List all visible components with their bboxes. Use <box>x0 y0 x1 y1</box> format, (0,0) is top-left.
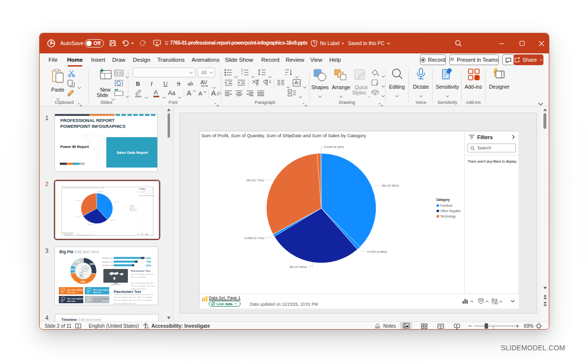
shape-fill-button[interactable] <box>371 69 379 78</box>
rtl-direction-button[interactable] <box>263 79 272 88</box>
numbering-button[interactable] <box>241 69 249 78</box>
strikethrough-button[interactable]: S <box>177 80 180 88</box>
arrange-button[interactable] <box>333 68 348 84</box>
sensitivity-button[interactable] <box>441 68 454 83</box>
columns-button[interactable] <box>277 79 285 88</box>
layout-button[interactable] <box>114 70 123 78</box>
visual-caret-icon[interactable] <box>470 300 474 303</box>
slide-thumbnail-3[interactable]: Big Pie Edit text here 28%42%10%17% Samp… <box>54 246 158 305</box>
underline-button[interactable]: U <box>163 80 168 88</box>
tab-home[interactable]: Home <box>67 53 83 66</box>
zoom-in-button[interactable]: + <box>515 322 519 330</box>
visual-type-icon[interactable] <box>462 298 468 304</box>
text-direction-button[interactable] <box>293 79 301 89</box>
align-right-button[interactable] <box>246 90 254 98</box>
tab-review[interactable]: Review <box>286 53 304 66</box>
maximize-button[interactable] <box>512 33 532 53</box>
justify-button[interactable] <box>257 90 265 98</box>
decrease-indent-button[interactable] <box>224 79 233 88</box>
notes-button[interactable]: Notes <box>374 322 396 330</box>
decrease-font-size-button[interactable]: A <box>198 90 207 99</box>
autosave-toggle[interactable]: Off <box>85 39 104 48</box>
undo-button[interactable] <box>122 39 129 47</box>
accessibility-status[interactable]: Accessibility: Investigate <box>151 322 210 330</box>
font-color-button[interactable]: A <box>152 89 160 99</box>
line-spacing-button[interactable] <box>258 69 266 78</box>
new-slide-label-line2[interactable]: Slide <box>93 92 112 98</box>
slide-thumbnail-1[interactable]: PROFESSIONAL REPORTPOWERPOINT INFOGRAPHI… <box>54 114 158 172</box>
tab-help[interactable]: Help <box>329 53 341 66</box>
text-highlight-dropdown-icon[interactable] <box>145 92 148 101</box>
shapes-dropdown-icon[interactable] <box>318 91 322 100</box>
designer-button[interactable] <box>491 68 506 83</box>
bold-button[interactable]: B <box>136 80 140 88</box>
shape-effects-dropdown-icon[interactable] <box>381 91 385 99</box>
font-size-combobox[interactable]: 48 <box>197 68 215 77</box>
arrange-dropdown-icon[interactable] <box>339 91 343 100</box>
filters-search-input[interactable]: Search <box>467 144 516 152</box>
shapes-label[interactable]: Shapes <box>310 84 330 90</box>
minimize-button[interactable] <box>491 33 512 53</box>
character-spacing-button[interactable]: AV <box>200 79 210 89</box>
filter-caret-icon[interactable] <box>485 300 489 303</box>
clear-formatting-button[interactable]: A <box>211 89 221 99</box>
clipboard-dialog-launcher[interactable] <box>78 100 82 105</box>
scroll-up-icon[interactable] <box>543 108 547 112</box>
zoom-out-button[interactable]: − <box>468 322 472 330</box>
quick-styles-label-line2[interactable]: Styles <box>349 90 369 96</box>
editing-label[interactable]: Editing <box>386 84 408 90</box>
scroll-down-icon[interactable] <box>543 286 547 290</box>
canvas-scrollbar[interactable] <box>541 106 549 321</box>
strikethrough-ab-button[interactable]: ab <box>188 80 193 88</box>
dictate-button[interactable] <box>416 68 426 83</box>
smartart-dropdown-icon[interactable] <box>298 92 302 100</box>
shape-outline-dropdown-icon[interactable] <box>381 81 385 90</box>
saved-status[interactable]: Saved to this PC <box>348 41 384 46</box>
addins-button-label[interactable]: Add-ins <box>462 84 485 90</box>
slide-indicator[interactable]: Slide 2 of 11 <box>45 322 72 330</box>
start-slideshow-button[interactable] <box>153 39 161 47</box>
slideshow-view-button[interactable] <box>454 322 460 330</box>
slide-sorter-view-button[interactable] <box>421 322 428 330</box>
font-dialog-launcher[interactable] <box>215 100 219 105</box>
record-button[interactable]: Record <box>420 54 446 65</box>
tab-design[interactable]: Design <box>133 53 150 66</box>
shape-outline-button[interactable] <box>371 79 379 88</box>
paragraph-dialog-launcher[interactable] <box>303 100 307 105</box>
quick-access-toolbar-menu-icon[interactable] <box>164 41 169 46</box>
search-icon[interactable] <box>455 40 462 47</box>
language-indicator[interactable]: English (United States) <box>89 322 139 330</box>
footer-chevron-down-icon[interactable] <box>511 300 515 303</box>
slide-thumbnail-2[interactable]: Sum of Profit, Sum of Quantity, Sum of S… <box>55 181 159 239</box>
paste-label[interactable]: Paste <box>49 87 67 93</box>
scrollbar-thumb[interactable] <box>168 113 170 138</box>
shape-fill-dropdown-icon[interactable] <box>381 71 385 80</box>
shape-effects-button[interactable] <box>371 89 379 98</box>
sensitivity-button-label[interactable]: Sensitivity <box>434 84 461 90</box>
previous-slide-button[interactable] <box>543 294 547 299</box>
format-painter-button[interactable] <box>67 89 75 99</box>
reading-view-button[interactable] <box>437 322 444 330</box>
text-highlight-button[interactable] <box>134 89 143 99</box>
increase-font-size-button[interactable]: A <box>187 89 196 99</box>
copy-button[interactable] <box>67 79 75 90</box>
section-dropdown-icon[interactable] <box>125 91 129 100</box>
change-case-button[interactable]: Aa <box>168 90 175 97</box>
share-button[interactable]: Share <box>514 54 543 65</box>
drawing-dialog-launcher[interactable] <box>379 100 383 105</box>
scroll-down-icon[interactable] <box>167 316 171 320</box>
layout-grid-icon[interactable] <box>491 298 498 304</box>
align-center-button[interactable] <box>235 90 243 98</box>
sensitivity-dropdown-icon[interactable] <box>445 91 449 99</box>
present-in-teams-button[interactable]: Present in Teams <box>449 54 499 65</box>
fit-slide-to-window-button[interactable] <box>536 322 542 330</box>
tab-transitions[interactable]: Transitions <box>157 53 185 66</box>
tab-insert[interactable]: Insert <box>91 53 105 66</box>
tab-slide-show[interactable]: Slide Show <box>225 53 253 66</box>
tab-record[interactable]: Record <box>261 53 279 66</box>
tab-file[interactable]: File <box>49 53 58 66</box>
dictate-label[interactable]: Dictate <box>410 84 432 90</box>
slide-panel-scrollbar[interactable] <box>167 106 172 321</box>
powerbi-report[interactable]: Sum of Profit, Sum of Quantity, Sum of S… <box>199 131 518 308</box>
close-button[interactable] <box>531 33 549 53</box>
